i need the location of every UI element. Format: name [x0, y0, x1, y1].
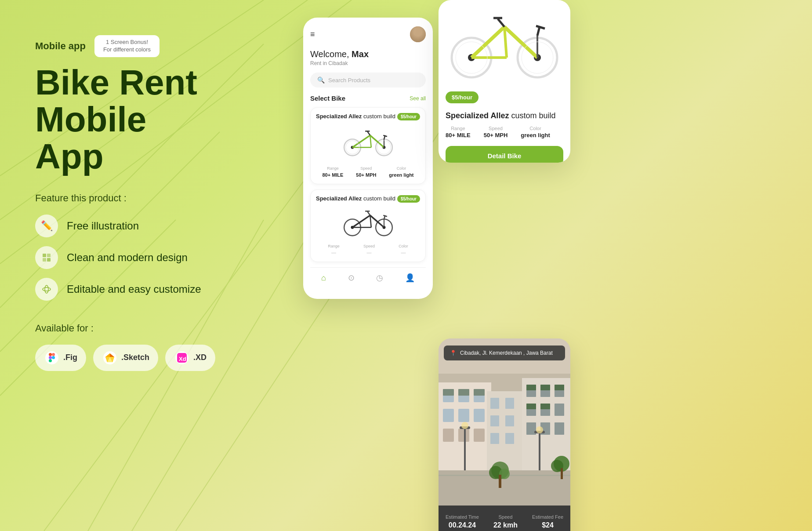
feature-label: Feature this product :: [35, 193, 299, 204]
xd-icon: Xd: [174, 350, 190, 366]
bike-specs-2: Range — Speed — Color —: [316, 244, 420, 256]
figma-label: .Fig: [63, 353, 77, 362]
svg-line-71: [536, 26, 545, 29]
feature-item-2: Clean and modern design: [35, 246, 299, 269]
location-pin-icon: 📍: [450, 350, 457, 356]
welcome-text: Welcome, Max: [310, 49, 426, 59]
spec-color-1: Color green light: [389, 166, 413, 178]
section-header: Select Bike See all: [310, 95, 426, 102]
search-bar[interactable]: 🔍 Search Products: [310, 73, 426, 87]
svg-rect-103: [458, 389, 469, 396]
svg-rect-126: [540, 404, 550, 409]
illustration-icon: ✏️: [35, 215, 58, 237]
feature-item-3: Editable and easy customize: [35, 278, 299, 301]
nav-user-icon[interactable]: 👤: [405, 273, 415, 283]
svg-rect-138: [499, 475, 501, 488]
svg-rect-106: [490, 398, 499, 409]
map-stat-fee: Estimated Fee $24: [532, 514, 563, 529]
price-badge-2: $5/hour: [397, 195, 420, 203]
detail-bike-button[interactable]: Detail Bike: [446, 146, 563, 163]
sketch-tool: .Sketch: [93, 345, 158, 371]
map-stat-time: Estimated Time 00.24.24: [446, 514, 479, 529]
svg-line-55: [367, 211, 370, 215]
svg-line-66: [504, 27, 507, 58]
avatar: [410, 26, 426, 42]
spec-speed-2: Speed —: [363, 244, 375, 256]
bike-name-1: Specialized Allez custom build: [316, 113, 395, 120]
svg-point-14: [45, 285, 48, 293]
svg-rect-96: [443, 409, 454, 422]
detail-title: Specialized Allez custom build: [446, 111, 563, 120]
svg-rect-122: [526, 385, 536, 390]
svg-line-58: [383, 215, 387, 217]
detail-specs: Range 80+ MILE Speed 50+ MPH Color green…: [446, 126, 563, 139]
bike-specs-1: Range 80+ MILE Speed 50+ MPH Color green…: [316, 166, 420, 178]
detail-spec-speed: Speed 50+ MPH: [484, 126, 508, 139]
svg-rect-18: [52, 353, 55, 356]
bike-card-2[interactable]: Specialized Allez custom build $5/hour: [310, 189, 426, 262]
location-text: Cibadak, Jl. Kemerdekaan , Jawa Barat: [460, 350, 553, 356]
svg-rect-132: [539, 431, 540, 470]
svg-point-131: [461, 422, 468, 429]
search-icon: 🔍: [317, 76, 325, 84]
figma-tool: .Fig: [35, 345, 86, 371]
price-badge-detail: $5/hour: [446, 91, 478, 103]
svg-rect-102: [443, 389, 454, 396]
location-text: Rent in Cibadak: [310, 60, 426, 66]
svg-rect-107: [505, 398, 514, 409]
svg-rect-124: [555, 385, 564, 390]
xd-tool: Xd .XD: [165, 345, 215, 371]
svg-rect-100: [458, 429, 469, 442]
svg-rect-20: [49, 359, 52, 362]
section-title: Select Bike: [310, 95, 345, 102]
detail-spec-color: Color green light: [521, 126, 550, 139]
mobile-label: Mobile app: [35, 40, 86, 52]
svg-text:Xd: Xd: [179, 356, 186, 362]
svg-line-37: [370, 135, 384, 147]
svg-point-21: [52, 356, 55, 359]
svg-rect-98: [474, 409, 485, 422]
svg-line-40: [367, 131, 370, 135]
feature-item-1: ✏️ Free illustration: [35, 215, 299, 237]
spec-speed-1: Speed 50+ MPH: [356, 166, 376, 178]
svg-line-51: [352, 215, 370, 227]
svg-rect-10: [43, 254, 46, 257]
feature-text-1: Free illustration: [67, 220, 139, 232]
spec-range-1: Range 80+ MILE: [322, 166, 343, 178]
svg-rect-108: [490, 415, 499, 426]
bike-card-header-1: Specialized Allez custom build $5/hour: [316, 113, 420, 120]
spec-color-2: Color —: [399, 244, 408, 256]
svg-rect-99: [443, 429, 454, 442]
location-bar: 📍 Cibadak, Jl. Kemerdekaan , Jawa Barat: [444, 346, 565, 360]
sketch-icon: [102, 350, 118, 366]
feature-list: ✏️ Free illustration Clean and modern de…: [35, 215, 299, 301]
bike-image-1: [316, 123, 420, 163]
hamburger-icon[interactable]: ≡: [310, 30, 315, 39]
svg-point-16: [45, 351, 58, 364]
bonus-badge: 1 Screen Bonus! For different colors: [94, 35, 160, 57]
detail-bike-image: [446, 7, 563, 86]
nav-clock-icon[interactable]: ◷: [376, 273, 383, 283]
nav-location-icon[interactable]: ⊙: [348, 273, 355, 283]
see-all-link[interactable]: See all: [410, 95, 426, 102]
map-stat-speed: Speed 22 kmh: [493, 514, 518, 529]
svg-line-70: [537, 27, 540, 36]
bike-card-1[interactable]: Specialized Allez custom build $5/hour: [310, 107, 426, 184]
svg-rect-104: [474, 389, 485, 396]
bike-name-2: Specialized Allez custom build: [316, 195, 395, 202]
phone-nav: ⌂ ⊙ ◷ 👤: [310, 267, 426, 283]
nav-home-icon[interactable]: ⌂: [321, 273, 326, 283]
feature-text-3: Editable and easy customize: [67, 283, 201, 295]
svg-line-68: [498, 19, 504, 27]
svg-rect-118: [555, 404, 564, 416]
phone-map: 📍 Cibadak, Jl. Kemerdekaan , Jawa Barat …: [439, 338, 570, 531]
svg-rect-129: [464, 426, 466, 470]
customize-icon: [35, 278, 58, 301]
phone-main: ≡ Welcome, Max Rent in Cibadak 🔍 Search …: [303, 18, 433, 299]
svg-rect-125: [526, 404, 536, 409]
svg-line-36: [352, 135, 370, 147]
xd-label: .XD: [193, 353, 207, 362]
svg-line-43: [383, 135, 387, 137]
svg-rect-121: [555, 422, 564, 435]
spec-range-2: Range —: [328, 244, 340, 256]
